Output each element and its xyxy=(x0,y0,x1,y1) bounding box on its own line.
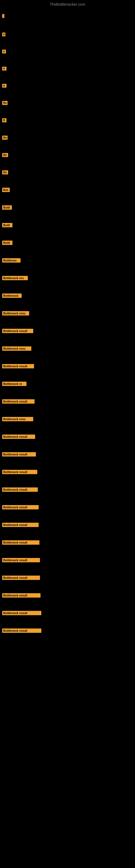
list-item: Bo xyxy=(0,134,135,141)
list-item: Bottleneck result xyxy=(0,575,135,581)
items-container: EEBBBoBBoBoBoBotBottlBottlBottlBottlenec… xyxy=(0,8,135,638)
bottleneck-result-label: Bottleneck result xyxy=(2,399,35,404)
bottleneck-result-label: B xyxy=(2,67,6,70)
bottleneck-result-label: Bottleneck result xyxy=(2,505,39,509)
list-item: Bo xyxy=(0,152,135,158)
bottleneck-result-label: E xyxy=(2,33,5,36)
bottleneck-result-label: E xyxy=(2,50,6,54)
bottleneck-result-label: Bottleneck xyxy=(2,293,21,298)
list-item: Bottleneck re xyxy=(0,380,135,387)
bottleneck-result-label: Bottleneck result xyxy=(2,452,36,457)
bottleneck-result-label: Bottleneck resu xyxy=(2,311,29,315)
bottleneck-result-label: Bottl xyxy=(2,241,12,245)
site-title: TheBottlenecker.com xyxy=(0,0,135,8)
list-item: Bottleneck result xyxy=(0,522,135,528)
list-item: E xyxy=(0,31,135,37)
list-item: E xyxy=(0,49,135,55)
bottleneck-result-label: Bottleneck result xyxy=(2,558,40,562)
list-item: Bottlenec xyxy=(0,257,135,264)
list-item: Bottleneck result xyxy=(0,592,135,599)
bottleneck-result-label: Bottleneck result xyxy=(2,611,41,615)
list-item: Bottleneck result xyxy=(0,504,135,510)
list-item: Bottl xyxy=(0,204,135,211)
bottleneck-result-label: Bottleneck result xyxy=(2,576,40,580)
list-item: Bottleneck result xyxy=(0,451,135,458)
bottleneck-result-label: Bottleneck result xyxy=(2,435,35,439)
list-item: Bottleneck result xyxy=(0,469,135,475)
bottleneck-result-label: B xyxy=(2,118,6,122)
bottleneck-result-label: Bottleneck resu xyxy=(2,346,31,351)
bottleneck-result-label: Bottleneck result xyxy=(2,593,41,597)
bottleneck-result-label: Bottleneck resu xyxy=(2,417,33,421)
bottleneck-result-label: Bo xyxy=(2,153,8,157)
bottleneck-result-label: Bottleneck result xyxy=(2,364,34,368)
bottleneck-result-label: Bottl xyxy=(2,205,12,210)
list-item: Bot xyxy=(0,187,135,193)
list-item: Bottleneck resu xyxy=(0,310,135,316)
list-item: Bottleneck result xyxy=(0,363,135,369)
bottleneck-result-label: Bottleneck result xyxy=(2,628,41,633)
list-item: Bottleneck result xyxy=(0,557,135,563)
list-item: Bottleneck xyxy=(0,292,135,299)
bottleneck-result-label: Bot xyxy=(2,188,10,192)
bottleneck-result-label: Bottleneck result xyxy=(2,523,39,527)
bottleneck-result-label: Bo xyxy=(2,101,8,105)
list-item: Bottl xyxy=(0,240,135,246)
bottleneck-result-label: Bo xyxy=(2,135,8,140)
bottleneck-result-label: B xyxy=(2,84,6,88)
list-item: Bottleneck result xyxy=(0,433,135,440)
list-item: B xyxy=(0,66,135,72)
bottleneck-result-label-empty xyxy=(2,14,4,18)
bottleneck-result-label: Bo xyxy=(2,170,8,175)
list-item: Bo xyxy=(0,169,135,176)
bottleneck-result-label: Bottl xyxy=(2,223,12,227)
bottleneck-result-label: Bottleneck res xyxy=(2,276,28,280)
bottleneck-result-label: Bottleneck re xyxy=(2,382,27,386)
list-item: Bottleneck result xyxy=(0,627,135,634)
bottleneck-result-label: Bottleneck result xyxy=(2,488,38,492)
list-item: Bottleneck result xyxy=(0,398,135,405)
list-item xyxy=(0,13,135,19)
bottleneck-result-label: Bottleneck result xyxy=(2,540,39,545)
list-item: Bottl xyxy=(0,222,135,228)
list-item: Bottleneck result xyxy=(0,486,135,493)
list-item: B xyxy=(0,83,135,89)
list-item: Bottleneck resu xyxy=(0,416,135,422)
list-item: Bo xyxy=(0,100,135,106)
bottleneck-result-label: Bottlenec xyxy=(2,258,20,262)
list-item: Bottleneck result xyxy=(0,328,135,334)
list-item: Bottleneck result xyxy=(0,610,135,616)
list-item: B xyxy=(0,117,135,123)
bottleneck-result-label: Bottleneck result xyxy=(2,329,33,333)
list-item: Bottleneck res xyxy=(0,275,135,281)
bottleneck-result-label: Bottleneck result xyxy=(2,470,37,474)
list-item: Bottleneck result xyxy=(0,539,135,546)
list-item: Bottleneck resu xyxy=(0,345,135,352)
